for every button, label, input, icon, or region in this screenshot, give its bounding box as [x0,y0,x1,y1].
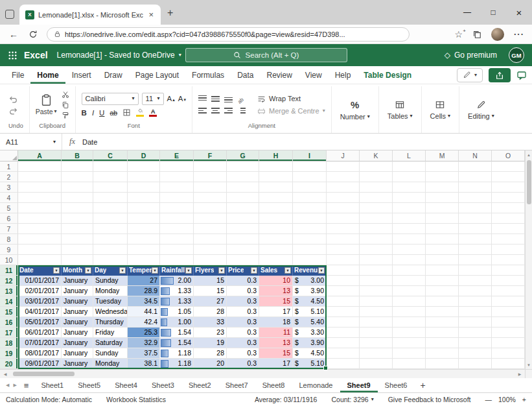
cell-K13[interactable] [360,286,393,296]
cell-O11[interactable] [492,265,525,276]
cell-K12[interactable] [360,276,393,286]
cell-D12[interactable]: 27 [128,276,160,286]
cell-E8[interactable] [160,234,194,245]
cell-I15[interactable]: $5.10 [293,307,327,317]
cell-B19[interactable]: January [62,348,93,359]
shrink-font-button[interactable]: A▾ [178,95,186,102]
table-header-sales[interactable]: Sales▾ [259,265,293,276]
cell-N18[interactable] [459,338,492,348]
column-header-N[interactable]: N [459,150,492,161]
cell-F18[interactable]: 19 [194,338,227,348]
ribbon-tab-formulas[interactable]: Formulas [185,66,231,84]
cell-J8[interactable] [327,234,360,245]
table-header-rainfall[interactable]: Rainfall▾ [160,265,194,276]
cell-E20[interactable]: 1.18 [160,359,194,369]
cell-N4[interactable] [459,193,492,203]
cell-A8[interactable] [18,234,62,245]
row-header-16[interactable]: 16 [0,317,18,328]
row-header-10[interactable]: 10 [0,255,18,265]
column-header-J[interactable]: J [327,150,360,161]
cell-B18[interactable]: January [62,338,93,348]
formula-content[interactable]: Date [82,138,97,146]
cell-I10[interactable] [293,255,327,265]
column-header-L[interactable]: L [393,150,426,161]
cell-L17[interactable] [393,328,426,338]
cell-N20[interactable] [459,359,492,369]
ribbon-tab-insert[interactable]: Insert [65,66,98,84]
cell-O19[interactable] [492,348,525,359]
table-header-revenu[interactable]: Revenu▾ [293,265,327,276]
cell-G9[interactable] [227,245,259,255]
table-header-day[interactable]: Day▾ [93,265,128,276]
ribbon-tab-table-design[interactable]: Table Design [357,66,418,84]
font-color-icon[interactable]: A [149,108,157,117]
cell-D16[interactable]: 42.4 [128,317,160,328]
cell-K15[interactable] [360,307,393,317]
horizontal-scrollbar[interactable]: ◀ ▶ [0,369,532,378]
cell-G7[interactable] [227,224,259,234]
search-box[interactable]: Search (Alt + Q) [185,48,347,62]
cell-C13[interactable]: Monday [93,286,128,296]
cell-G5[interactable] [227,203,259,213]
cell-M20[interactable] [426,359,459,369]
refresh-icon[interactable] [27,30,39,39]
cell-J1[interactable] [327,161,360,172]
filter-button[interactable]: ▾ [85,267,91,274]
number-format-button[interactable]: % Number▾ [338,99,373,121]
row-header-1[interactable]: 1 [0,161,18,172]
cell-C2[interactable] [93,172,128,182]
cell-I9[interactable] [293,245,327,255]
grow-font-button[interactable]: A▴ [167,95,175,102]
scroll-left-icon[interactable]: ◀ [0,372,10,376]
column-header-A[interactable]: A [18,150,62,161]
share-button[interactable] [489,68,511,82]
cell-I16[interactable]: $5.40 [293,317,327,328]
cell-N8[interactable] [459,234,492,245]
cell-J20[interactable] [327,359,360,369]
text-orientation-icon[interactable]: ab [237,93,249,104]
cell-J9[interactable] [327,245,360,255]
column-header-M[interactable]: M [426,150,459,161]
cell-A2[interactable] [18,172,62,182]
cell-L15[interactable] [393,307,426,317]
cell-J12[interactable] [327,276,360,286]
go-premium-button[interactable]: ◇Go premium [445,51,497,60]
cell-E17[interactable]: 1.54 [160,328,194,338]
cell-G4[interactable] [227,193,259,203]
cell-E9[interactable] [160,245,194,255]
cell-H2[interactable] [259,172,293,182]
filter-button[interactable]: ▾ [218,267,225,274]
fx-icon[interactable]: fx [62,137,82,147]
cell-A15[interactable]: 04/01/2017 [18,307,62,317]
cell-C5[interactable] [93,203,128,213]
cell-C9[interactable] [93,245,128,255]
sheet-tab-sheet4[interactable]: Sheet4 [108,378,145,392]
row-header-6[interactable]: 6 [0,213,18,224]
cell-K14[interactable] [360,296,393,307]
cell-I17[interactable]: $3.30 [293,328,327,338]
cell-F2[interactable] [194,172,227,182]
cell-D18[interactable]: 32.9 [128,338,160,348]
cell-G15[interactable]: 0.3 [227,307,259,317]
cell-H3[interactable] [259,182,293,193]
cell-H1[interactable] [259,161,293,172]
add-sheet-button[interactable]: + [414,380,431,390]
row-header-4[interactable]: 4 [0,193,18,203]
row-header-20[interactable]: 20 [0,359,18,369]
cell-H19[interactable]: 15 [259,348,293,359]
cell-M18[interactable] [426,338,459,348]
cell-J11[interactable] [327,265,360,276]
cell-J2[interactable] [327,172,360,182]
indent-icon[interactable] [237,107,246,114]
cell-M2[interactable] [426,172,459,182]
sheet-tab-sheet6[interactable]: Sheet6 [378,378,415,392]
cell-J6[interactable] [327,213,360,224]
cell-K19[interactable] [360,348,393,359]
cell-E4[interactable] [160,193,194,203]
cell-J14[interactable] [327,296,360,307]
cell-N17[interactable] [459,328,492,338]
cell-C7[interactable] [93,224,128,234]
cell-B16[interactable]: January [62,317,93,328]
cell-I12[interactable]: $3.00 [293,276,327,286]
cell-B7[interactable] [62,224,93,234]
